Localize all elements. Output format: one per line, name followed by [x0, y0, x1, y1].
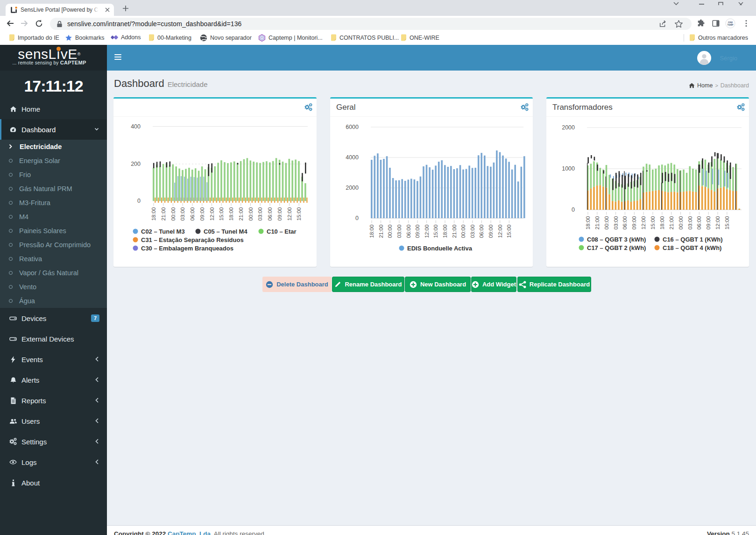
- svg-text:C02 – Tunel M3: C02 – Tunel M3: [141, 228, 185, 235]
- svg-text:C31 – Estação Separação Resídu: C31 – Estação Separação Resíduos: [141, 236, 244, 243]
- svg-text:09:00: 09:00: [706, 216, 711, 230]
- svg-text:C08 – QGBT 3 (kWh): C08 – QGBT 3 (kWh): [587, 236, 646, 243]
- svg-text:cap: cap: [728, 20, 733, 23]
- svg-text:06:00: 06:00: [622, 216, 628, 230]
- svg-text:C05 – Tunel M4: C05 – Tunel M4: [204, 228, 247, 235]
- svg-text:18:00: 18:00: [151, 207, 156, 221]
- svg-text:15:00: 15:00: [296, 207, 302, 221]
- svg-text:09:00: 09:00: [415, 225, 420, 238]
- svg-text:15:00: 15:00: [219, 207, 224, 221]
- svg-text:03:00: 03:00: [613, 216, 619, 230]
- svg-text:15:00: 15:00: [506, 225, 512, 238]
- svg-text:06:00: 06:00: [696, 216, 702, 230]
- svg-text:15:00: 15:00: [433, 225, 438, 238]
- svg-text:6000: 6000: [346, 124, 359, 130]
- svg-text:18:00: 18:00: [659, 216, 665, 230]
- svg-text:C17 – QGBT 2 (kWh): C17 – QGBT 2 (kWh): [587, 244, 646, 251]
- svg-text:18:00: 18:00: [228, 207, 234, 221]
- svg-text:00:00: 00:00: [460, 225, 466, 238]
- svg-text:18:00: 18:00: [442, 225, 448, 238]
- svg-text:0: 0: [355, 215, 359, 221]
- svg-text:21:00: 21:00: [452, 225, 457, 238]
- svg-text:09:00: 09:00: [199, 207, 205, 221]
- svg-text:12:00: 12:00: [715, 216, 721, 230]
- svg-text:03:00: 03:00: [470, 225, 475, 238]
- svg-text:21:00: 21:00: [238, 207, 244, 221]
- svg-text:03:00: 03:00: [396, 225, 402, 238]
- svg-text:00:00: 00:00: [387, 225, 393, 238]
- svg-text:1000: 1000: [562, 165, 575, 172]
- svg-text:C16 – QGBT 1 (KWh): C16 – QGBT 1 (KWh): [663, 236, 723, 243]
- svg-text:12:00: 12:00: [497, 225, 503, 238]
- svg-text:09:00: 09:00: [631, 216, 637, 230]
- svg-text:00:00: 00:00: [248, 207, 254, 221]
- svg-text:00:00: 00:00: [604, 216, 609, 230]
- svg-text:0: 0: [572, 207, 575, 213]
- svg-text:06:00: 06:00: [406, 225, 411, 238]
- svg-text:18:00: 18:00: [369, 225, 374, 238]
- svg-text:2000: 2000: [562, 124, 575, 131]
- svg-text:03:00: 03:00: [257, 207, 263, 221]
- svg-text:TEMP: TEMP: [728, 24, 734, 26]
- svg-text:21:00: 21:00: [161, 207, 166, 221]
- svg-text:C18 – QGBT 4 (kWh): C18 – QGBT 4 (kWh): [663, 244, 721, 251]
- svg-text:09:00: 09:00: [488, 225, 494, 238]
- svg-text:12:00: 12:00: [641, 216, 646, 230]
- svg-text:03:00: 03:00: [180, 207, 185, 221]
- svg-text:2000: 2000: [346, 185, 359, 191]
- svg-text:03:00: 03:00: [687, 216, 693, 230]
- svg-text:21:00: 21:00: [594, 216, 600, 230]
- svg-text:EDIS Bonduelle Activa: EDIS Bonduelle Activa: [407, 245, 473, 252]
- svg-text:06:00: 06:00: [479, 225, 484, 238]
- svg-text:06:00: 06:00: [267, 207, 273, 221]
- svg-text:C10 – Etar: C10 – Etar: [267, 228, 297, 235]
- svg-text:4000: 4000: [346, 154, 359, 161]
- svg-text:00:00: 00:00: [678, 216, 684, 230]
- svg-text:00:00: 00:00: [170, 207, 176, 221]
- svg-text:200: 200: [131, 161, 141, 167]
- svg-text:21:00: 21:00: [669, 216, 674, 230]
- svg-text:0: 0: [137, 198, 141, 204]
- svg-text:15:00: 15:00: [650, 216, 656, 230]
- svg-text:06:00: 06:00: [190, 207, 195, 221]
- svg-text:12:00: 12:00: [424, 225, 430, 238]
- svg-text:C30 – Embalagem Branqueados: C30 – Embalagem Branqueados: [141, 245, 233, 252]
- svg-text:400: 400: [131, 123, 141, 130]
- svg-text:21:00: 21:00: [378, 225, 384, 238]
- svg-text:12:00: 12:00: [209, 207, 215, 221]
- svg-text:15:00: 15:00: [724, 216, 730, 230]
- svg-text:12:00: 12:00: [287, 207, 292, 221]
- svg-text:09:00: 09:00: [277, 207, 283, 221]
- svg-text:18:00: 18:00: [585, 216, 591, 230]
